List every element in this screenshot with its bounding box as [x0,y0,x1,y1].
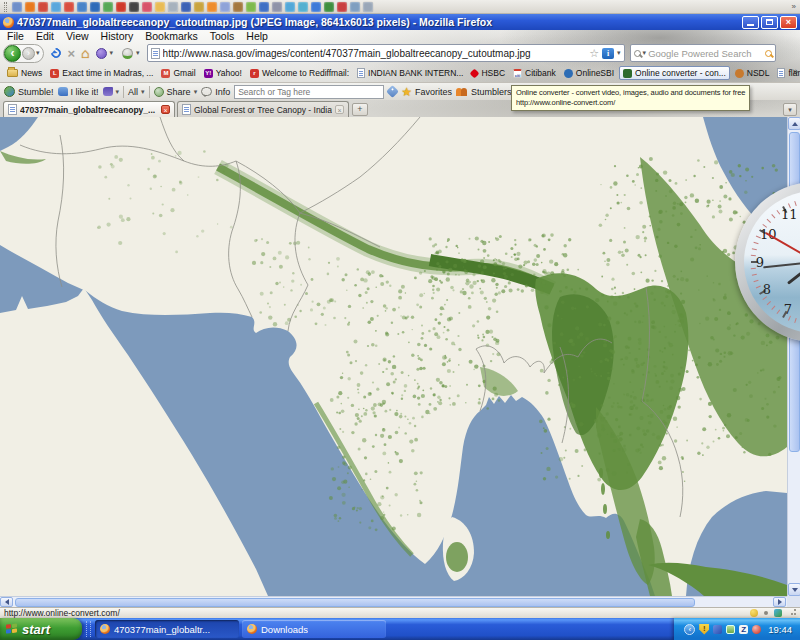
bookmark-item[interactable]: rWelcome to Rediffmail: [247,67,352,79]
taskbar-button-firefox-image[interactable]: 470377main_globaltr... [95,620,239,638]
menu-item-help[interactable]: Help [241,30,273,42]
tag-icon[interactable] [386,85,399,98]
history-dropdown-icon[interactable]: ▾ [36,49,40,57]
site-info-icon[interactable]: i [602,48,614,59]
tab-close-icon[interactable]: × [335,105,344,114]
forward-button[interactable]: › [22,47,35,60]
reload-button[interactable] [48,46,62,60]
alarm-tray-icon[interactable] [752,625,761,634]
launcher-app-icon[interactable] [220,2,230,12]
addon-toolbar-icon[interactable] [96,48,107,59]
info-button[interactable]: Info [201,87,230,97]
search-go-icon[interactable] [765,50,772,57]
stumble-button[interactable]: Stumble! [4,86,54,97]
search-placeholder[interactable]: Google Powered Search [648,48,762,59]
launcher-app-icon[interactable] [350,2,360,12]
favorites-button[interactable]: ★ Favorites [401,86,452,98]
bookmark-item[interactable]: MGmail [158,67,198,79]
search-engine-icon[interactable] [634,50,641,57]
share-button[interactable]: Share▾ [154,87,198,97]
stop-button[interactable]: × [68,47,76,60]
tag-search-input[interactable] [234,85,384,99]
scroll-right-button[interactable] [773,597,786,607]
launcher-app-icon[interactable] [25,2,35,12]
like-button[interactable]: I like it! [58,87,99,97]
search-engine-dropdown-icon[interactable]: ▾ [643,49,647,57]
restore-button[interactable] [761,16,778,29]
taskbar-button-downloads[interactable]: Downloads [242,620,386,638]
launcher-app-icon[interactable] [90,2,100,12]
download-helper-icon[interactable] [122,48,133,59]
bookmark-item[interactable]: NSDL [732,67,773,79]
security-shield-icon[interactable]: ! [699,624,709,635]
launcher-app-icon[interactable] [259,2,269,12]
start-button[interactable]: start [0,618,82,640]
launcher-app-icon[interactable] [311,2,321,12]
launcher-app-icon[interactable] [181,2,191,12]
horizontal-scroll-thumb[interactable] [15,598,695,607]
addon-dropdown-icon[interactable]: ▾ [110,49,114,57]
launcher-app-icon[interactable] [51,2,61,12]
back-button[interactable]: ‹ [4,45,21,62]
stumblers-button[interactable]: Stumblers [456,87,512,97]
bookmark-item[interactable]: LExact time in Madras, ... [47,67,156,79]
launcher-app-icon[interactable] [194,2,204,12]
launcher-app-icon[interactable] [246,2,256,12]
minimize-button[interactable] [742,16,759,29]
bookmark-star-icon[interactable]: ☆ [589,48,599,59]
dislike-button[interactable]: ▾ [103,87,120,96]
launcher-app-icon[interactable] [155,2,165,12]
hide-icons-chevron[interactable]: ‹ [684,624,695,635]
network-tray-icon[interactable] [713,625,722,634]
tab-global-forest[interactable]: Global Forest or Tree Canopy - Indiawil.… [177,101,349,117]
stumbleupon-status-icon[interactable] [774,609,782,617]
close-button[interactable]: × [780,16,797,29]
launcher-app-icon[interactable] [207,2,217,12]
tab-globaltreecanopy[interactable]: 470377main_globaltreecanopy_... × [3,101,175,117]
scroll-left-button[interactable] [0,597,13,607]
launcher-app-icon[interactable] [324,2,334,12]
launcher-app-icon[interactable] [142,2,152,12]
bookmark-item[interactable]: Online converter - con... [619,66,730,80]
bookmark-item[interactable]: News [4,67,45,79]
bookmarks-overflow-chevron[interactable]: » [792,66,798,77]
launcher-app-icon[interactable] [77,2,87,12]
address-bar[interactable]: http://www.nasa.gov/images/content/47037… [147,44,625,62]
horizontal-scrollbar[interactable] [0,596,787,607]
launcher-grip[interactable] [4,2,7,12]
scroll-up-button[interactable] [788,117,800,130]
launcher-app-icon[interactable] [168,2,178,12]
all-dropdown[interactable]: All▾ [128,87,145,97]
launcher-app-icon[interactable] [103,2,113,12]
tab-close-icon[interactable]: × [161,105,170,114]
status-addon-icon[interactable] [750,609,758,617]
launcher-app-icon[interactable] [64,2,74,12]
menu-item-file[interactable]: File [2,30,29,42]
launcher-app-icon[interactable] [116,2,126,12]
menu-item-history[interactable]: History [96,30,139,42]
launcher-overflow-chevron[interactable]: » [792,2,796,11]
scroll-down-button[interactable] [788,583,800,596]
launcher-app-icon[interactable] [233,2,243,12]
list-all-tabs-button[interactable]: ▾ [783,103,797,116]
quick-launch-grip[interactable] [86,621,91,637]
bookmark-item[interactable]: INDIAN BANK INTERN... [354,67,466,79]
menu-item-bookmarks[interactable]: Bookmarks [140,30,203,42]
launcher-app-icon[interactable] [363,2,373,12]
menu-item-view[interactable]: View [61,30,94,42]
map-image[interactable] [0,117,787,596]
tray-clock[interactable]: 19:44 [768,624,792,635]
launcher-app-icon[interactable] [272,2,282,12]
display-tray-icon[interactable] [726,625,735,634]
home-button[interactable]: ⌂ [81,46,89,60]
menu-item-edit[interactable]: Edit [31,30,59,42]
urlbar-dropdown-icon[interactable]: ▾ [617,49,621,57]
launcher-app-icon[interactable] [337,2,347,12]
url-text[interactable]: http://www.nasa.gov/images/content/47037… [163,48,587,59]
zonealarm-tray-icon[interactable]: Z [739,625,748,634]
launcher-app-icon[interactable] [12,2,22,12]
menu-item-tools[interactable]: Tools [205,30,240,42]
launcher-app-icon[interactable] [129,2,139,12]
launcher-app-icon[interactable] [285,2,295,12]
search-box[interactable]: ▾ Google Powered Search [630,44,776,62]
